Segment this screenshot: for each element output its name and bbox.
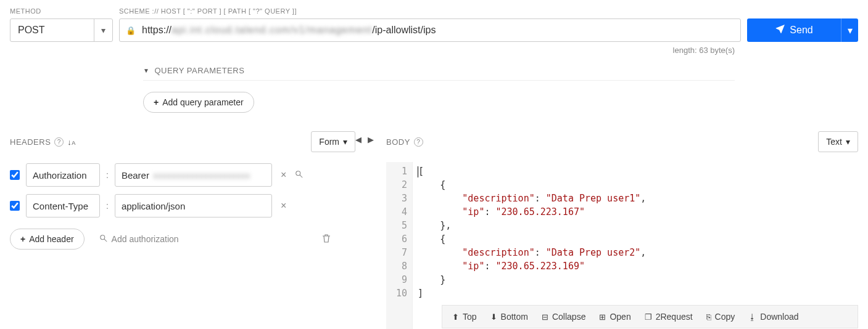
caret-down-icon: ▼ xyxy=(143,67,149,74)
download-icon: ⭳ xyxy=(748,312,756,322)
open-button[interactable]: ⊞Open xyxy=(599,312,630,322)
form-toggle[interactable]: Form ▾ xyxy=(311,131,355,152)
svg-point-1 xyxy=(100,235,104,239)
caret-down-icon[interactable]: ▾ xyxy=(841,18,858,42)
magic-wand-icon xyxy=(99,234,108,245)
bottom-button[interactable]: ⬇Bottom xyxy=(490,312,528,322)
clear-icon[interactable]: × xyxy=(278,200,289,211)
paper-plane-icon xyxy=(775,24,785,36)
help-icon[interactable]: ? xyxy=(414,137,423,147)
trash-icon[interactable] xyxy=(322,234,331,245)
help-icon[interactable]: ? xyxy=(54,137,64,147)
plus-icon: + xyxy=(20,234,25,244)
to-request-button[interactable]: ❐2Request xyxy=(645,312,693,322)
scheme-label: SCHEME :// HOST [ ":" PORT ] [ PATH [ "?… xyxy=(119,7,741,15)
query-parameters-toggle[interactable]: ▼ QUERY PARAMETERS xyxy=(143,61,735,81)
minus-square-icon: ⊟ xyxy=(542,312,548,322)
arrow-down-icon: ⬇ xyxy=(490,312,497,322)
length-text: length: 63 byte(s) xyxy=(10,46,858,55)
send-label: Send xyxy=(790,25,812,36)
header-row: Content-Type : application/json × xyxy=(10,194,355,217)
query-params-label: QUERY PARAMETERS xyxy=(154,66,244,75)
collapse-right-icon[interactable]: ▶ xyxy=(368,135,374,144)
caret-down-icon: ▾ xyxy=(846,137,850,147)
plus-square-icon: ⊞ xyxy=(599,312,606,322)
header-value-input[interactable]: Bearerxxxxxxxxxxxxxxxxxxxxx xyxy=(115,163,272,187)
header-row: Authorization : Bearerxxxxxxxxxxxxxxxxxx… xyxy=(10,163,355,187)
collapse-button[interactable]: ⊟Collapse xyxy=(542,312,585,322)
copy-button[interactable]: ⎘Copy xyxy=(706,312,735,322)
header-name-input[interactable]: Authorization xyxy=(26,163,100,187)
arrow-up-icon: ⬆ xyxy=(452,312,459,322)
download-button[interactable]: ⭳Download xyxy=(748,312,798,322)
header-name-input[interactable]: Content-Type xyxy=(26,194,100,217)
header-enable-checkbox[interactable] xyxy=(10,170,20,180)
top-button[interactable]: ⬆Top xyxy=(452,312,477,322)
send-button[interactable]: Send ▾ xyxy=(747,18,858,42)
magic-wand-icon[interactable] xyxy=(295,170,304,181)
header-enable-checkbox[interactable] xyxy=(10,201,20,211)
url-masked: api.int.cloud.talend.com/v1/management xyxy=(172,25,372,36)
body-label: BODY xyxy=(386,137,410,147)
plus-icon: + xyxy=(154,97,159,107)
add-header-button[interactable]: + Add header xyxy=(10,229,85,250)
body-toolbar: ⬆Top ⬇Bottom ⊟Collapse ⊞Open ❐2Request ⎘… xyxy=(442,305,858,328)
header-value-input[interactable]: application/json xyxy=(115,194,272,217)
body-editor[interactable]: 12345678910 [ { "description": "Data Pre… xyxy=(386,162,858,329)
method-value: POST xyxy=(10,25,94,36)
url-prefix: https:// xyxy=(142,25,172,36)
lock-icon: 🔒 xyxy=(126,26,136,35)
add-authorization-button[interactable]: Add authorization xyxy=(99,234,179,245)
headers-label: HEADERS xyxy=(10,137,51,147)
copy-icon: ❐ xyxy=(645,312,652,322)
clear-icon[interactable]: × xyxy=(278,169,289,181)
url-suffix: /ip-allowlist/ips xyxy=(372,25,436,36)
caret-down-icon: ▾ xyxy=(343,137,347,147)
copy-icon: ⎘ xyxy=(706,312,711,322)
caret-down-icon[interactable]: ▾ xyxy=(94,19,112,41)
url-input[interactable]: 🔒 https://api.int.cloud.talend.com/v1/ma… xyxy=(119,18,741,42)
sort-icon[interactable]: ↓A xyxy=(67,137,76,147)
method-label: METHOD xyxy=(10,7,113,15)
add-query-parameter-button[interactable]: + Add query parameter xyxy=(143,92,254,113)
method-select[interactable]: POST ▾ xyxy=(10,18,113,42)
svg-point-0 xyxy=(296,171,300,175)
text-toggle[interactable]: Text ▾ xyxy=(818,131,858,152)
